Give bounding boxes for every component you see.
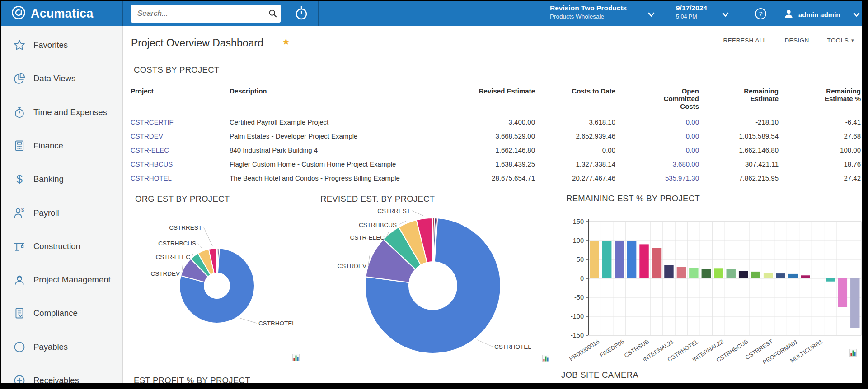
remaining-est-bar-chart: 150100500-50-100-150PR00000016FIXEDP06CS…	[561, 206, 862, 383]
column-header-revised-estimate[interactable]: Revised Estimate	[455, 86, 535, 115]
favorite-star-icon[interactable]: ★	[282, 36, 290, 47]
project-link[interactable]: CSTRCERTIF	[131, 118, 174, 126]
table-row: CSTRHOTELThe Beach Hotel and Condos - Pr…	[131, 171, 861, 185]
app-window: Acumatica Revision Two Products Products…	[1, 1, 862, 383]
sidebar-item-payroll[interactable]: $Payroll	[1, 196, 123, 230]
top-bar: Acumatica Revision Two Products Products…	[1, 1, 862, 26]
bar	[727, 269, 736, 278]
sidebar-item-receivables[interactable]: Receivables	[1, 364, 123, 383]
chevron-down-icon[interactable]	[722, 11, 729, 19]
costs-by-project-table: ProjectDescriptionRevised EstimateCosts …	[131, 86, 861, 185]
pie-slice-label: CSTRHOTEL	[258, 320, 296, 327]
sidebar-item-construction[interactable]: Construction	[1, 230, 123, 263]
open-committed-link[interactable]: 3,680.00	[673, 160, 699, 168]
sidebar-item-time-and-expenses[interactable]: Time and Expenses	[1, 96, 123, 129]
search-icon[interactable]	[265, 9, 281, 18]
table-row: CSTRCERTIFCertified Payroll Example Proj…	[131, 115, 861, 129]
pie-slice-label: CSTRHBCUS	[359, 222, 397, 228]
user-icon	[784, 9, 794, 21]
bar	[677, 267, 686, 278]
project-description: The Beach Hotel and Condos - Progress Bi…	[230, 171, 455, 185]
project-link[interactable]: CSTRDEV	[131, 132, 163, 140]
divider	[318, 1, 319, 26]
remaining-estimate-pct-value: 18.76	[779, 157, 861, 171]
sidebar-item-finance[interactable]: Finance	[1, 129, 123, 162]
sidebar: FavoritesData ViewsTime and ExpensesFina…	[1, 26, 123, 383]
page-title: Project Overview Dashboard	[131, 37, 263, 49]
open-committed-link[interactable]: 0.00	[686, 118, 699, 126]
open-committed-link[interactable]: 535,971.30	[665, 174, 699, 182]
company-menu[interactable]: Revision Two Products Products Wholesale	[550, 4, 664, 20]
chart-type-icon[interactable]	[849, 349, 857, 357]
toolbar: REFRESH ALL DESIGN TOOLS▾	[723, 37, 854, 44]
remaining-est-chart-title: REMAINING EST % BY PROJECT	[566, 194, 700, 204]
project-description: Flagler Custom Home - Custom Home Projec…	[230, 157, 455, 171]
pie-slice-label: CSTRREST	[169, 224, 202, 231]
column-header-remaining-estimate-[interactable]: Remaining Estimate %	[779, 86, 861, 115]
bar	[801, 275, 810, 278]
help-icon[interactable]: ?	[755, 8, 767, 22]
bar	[602, 241, 611, 278]
bar	[652, 248, 661, 278]
org-est-chart-title: ORG EST BY PROJECT	[135, 194, 230, 204]
sidebar-item-payables[interactable]: Payables	[1, 330, 123, 364]
pie-slice-label: CSTR-ELEC	[350, 234, 385, 241]
divider	[668, 1, 668, 26]
bar	[664, 265, 673, 278]
open-committed-link[interactable]: 0.00	[686, 146, 699, 154]
sidebar-item-data-views[interactable]: Data Views	[1, 62, 123, 95]
project-link[interactable]: CSTRHOTEL	[131, 174, 172, 182]
table-row: CSTRHBCUSFlagler Custom Home - Custom Ho…	[131, 157, 861, 171]
chevron-down-icon[interactable]	[648, 11, 655, 19]
bar	[826, 278, 835, 282]
brand-logo[interactable]: Acumatica	[1, 1, 123, 26]
project-description: Palm Estates - Developer Project Example	[230, 129, 455, 143]
chart-type-icon[interactable]	[542, 355, 549, 362]
column-header-open-committed-costs[interactable]: Open Committed Costs	[615, 86, 699, 115]
refresh-all-button[interactable]: REFRESH ALL	[723, 37, 766, 44]
open-committed-link[interactable]: 0.00	[686, 132, 699, 140]
revised-estimate-value: 3,668,529.00	[455, 129, 535, 143]
user-menu[interactable]: admin admin	[784, 9, 840, 21]
search-input[interactable]	[131, 5, 265, 23]
y-axis-tick-label: 150	[573, 218, 584, 225]
bar	[838, 278, 847, 307]
costs-to-date-value: 0.00	[535, 143, 615, 157]
pie-slice-label: CSTRDEV	[337, 263, 366, 269]
pie-slice-label: CSTRREST	[377, 209, 410, 214]
est-profit-widget-title: EST PROFIT % BY PROJECT	[134, 375, 250, 383]
column-header-costs-to-date[interactable]: Costs to Date	[535, 86, 615, 115]
sidebar-item-compliance[interactable]: Compliance	[1, 296, 123, 330]
y-axis-tick-label: 100	[573, 237, 584, 244]
divider	[542, 1, 542, 26]
brand-name: Acumatica	[31, 7, 93, 21]
costs-to-date-value: 2,652,939.46	[535, 129, 615, 143]
column-header-project[interactable]: Project	[131, 86, 230, 115]
table-row: CSTR-ELEC840 Industrial Park Building 41…	[131, 143, 861, 157]
pie-chart-icon	[13, 72, 26, 85]
crane-icon	[13, 240, 26, 253]
payroll-icon: $	[13, 206, 26, 220]
global-search	[131, 5, 281, 23]
chart-type-icon[interactable]	[292, 354, 300, 361]
tools-button[interactable]: TOOLS▾	[827, 37, 854, 44]
column-header-remaining-estimate[interactable]: Remaining Estimate	[699, 86, 779, 115]
chevron-down-icon[interactable]	[853, 11, 860, 19]
bar	[702, 269, 711, 278]
sidebar-item-banking[interactable]: $Banking	[1, 162, 123, 196]
project-link[interactable]: CSTRHBCUS	[131, 160, 173, 168]
sidebar-item-project-management[interactable]: Project Management	[1, 263, 123, 296]
sidebar-item-favorites[interactable]: Favorites	[1, 28, 123, 62]
design-button[interactable]: DESIGN	[784, 37, 809, 44]
minus-circle-icon	[13, 340, 26, 354]
remaining-estimate-pct-value: 100.00	[779, 143, 861, 157]
project-link[interactable]: CSTR-ELEC	[131, 146, 169, 154]
company-branch: Products Wholesale	[550, 13, 664, 20]
clock-icon[interactable]	[295, 5, 308, 23]
bar	[776, 273, 785, 278]
column-header-description[interactable]: Description	[230, 86, 455, 115]
user-name: admin admin	[798, 11, 840, 19]
costs-to-date-value: 20,277,467.46	[535, 171, 615, 185]
business-date-menu[interactable]: 9/17/2024 5:04 PM	[676, 4, 739, 20]
caret-down-icon: ▾	[851, 37, 854, 43]
